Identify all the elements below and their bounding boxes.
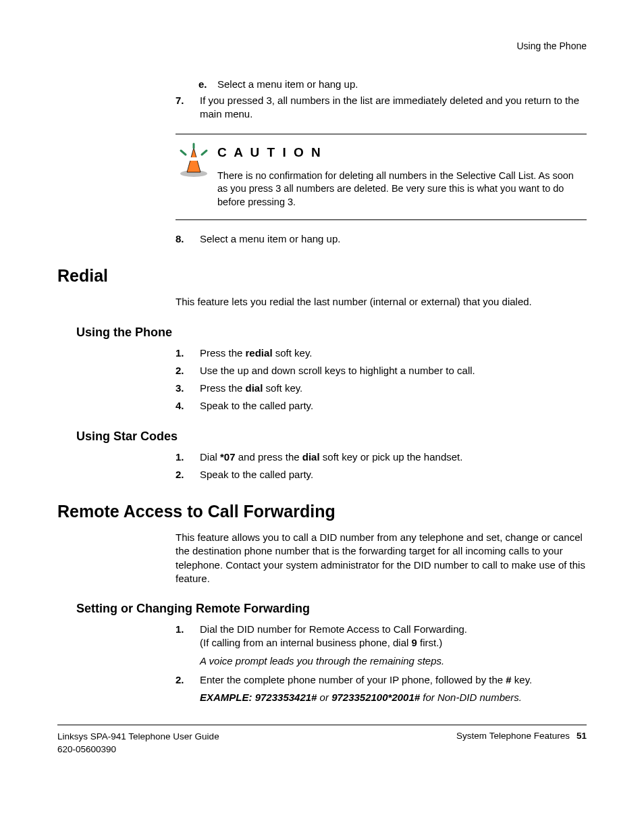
example-note: EXAMPLE: 9723353421# or 9723352100*2001#… [200,691,532,704]
remote-intro: This feature allows you to call a DID nu… [176,531,587,585]
step-marker: 2. [176,364,200,377]
heading-remote: Remote Access to Call Forwarding [57,502,587,521]
list-item: 2. Enter the complete phone number of yo… [176,673,587,705]
list-item: 2. Use the up and down scroll keys to hi… [176,364,587,377]
heading-redial: Redial [57,266,587,286]
redial-intro: This feature lets you redial the last nu… [176,295,587,309]
top-steps: e. Select a menu item or hang up. 7. If … [176,78,587,122]
footer-right: System Telephone Features51 [456,731,587,755]
step-marker: 3. [176,382,200,395]
step-marker: 2. [176,468,200,481]
substep-marker: e. [198,78,217,90]
step-marker: 1. [176,450,200,464]
step-text: If you pressed 3, all numbers in the lis… [200,94,587,122]
step-7: 7. If you pressed 3, all numbers in the … [176,94,587,122]
heading-setting-remote: Setting or Changing Remote Forwarding [76,602,587,616]
list-item: 1. Press the redial soft key. [176,346,587,360]
voice-prompt-note: A voice prompt leads you through the rem… [200,654,467,668]
header-breadcrumb: Using the Phone [57,41,587,51]
footer-rule [57,725,587,725]
svg-line-3 [181,151,186,155]
step-text: Dial *07 and press the dial soft key or … [200,450,462,464]
footer-left: Linksys SPA-941 Telephone User Guide 620… [57,731,219,755]
step-text: Press the dial soft key. [200,382,302,395]
step-8-wrap: 8. Select a menu item or hang up. [176,232,587,246]
step-text: Enter the complete phone number of your … [200,673,532,705]
step-marker: 1. [176,346,200,360]
caution-cone-icon [176,142,217,182]
using-star-steps: 1. Dial *07 and press the dial soft key … [176,450,587,482]
step-text: Dial the DID number for Remote Access to… [200,623,467,668]
list-item: 2. Speak to the called party. [176,468,587,481]
footer: Linksys SPA-941 Telephone User Guide 620… [57,731,587,755]
caution-title: C A U T I O N [217,145,587,160]
list-item: 3. Press the dial soft key. [176,382,587,395]
step-text: Speak to the called party. [200,468,313,481]
substep-e: e. Select a menu item or hang up. [198,78,587,90]
step-marker: 1. [176,623,200,668]
step-marker: 8. [176,232,200,246]
list-item: 1. Dial *07 and press the dial soft key … [176,450,587,464]
step-text: Use the up and down scroll keys to highl… [200,364,475,377]
list-item: 4. Speak to the called party. [176,399,587,413]
step-marker: 4. [176,399,200,413]
heading-using-phone: Using the Phone [76,325,587,340]
heading-using-star: Using Star Codes [76,429,587,444]
step-text: Press the redial soft key. [200,346,312,360]
svg-line-5 [202,151,207,155]
svg-rect-2 [189,157,198,161]
step-marker: 2. [176,673,200,705]
step-8: 8. Select a menu item or hang up. [176,232,587,246]
using-phone-steps: 1. Press the redial soft key. 2. Use the… [176,346,587,413]
caution-block: C A U T I O N There is no confirmation f… [176,134,587,221]
page-number: 51 [576,731,587,741]
substep-text: Select a menu item or hang up. [217,78,358,90]
list-item: 1. Dial the DID number for Remote Access… [176,623,587,668]
step-text: Speak to the called party. [200,399,313,413]
step-text: Select a menu item or hang up. [200,232,340,246]
step-marker: 7. [176,94,200,122]
caution-body: There is no confirmation for deleting al… [217,170,587,209]
setting-remote-steps: 1. Dial the DID number for Remote Access… [176,623,587,704]
document-page: Using the Phone e. Select a menu item or… [0,0,644,783]
